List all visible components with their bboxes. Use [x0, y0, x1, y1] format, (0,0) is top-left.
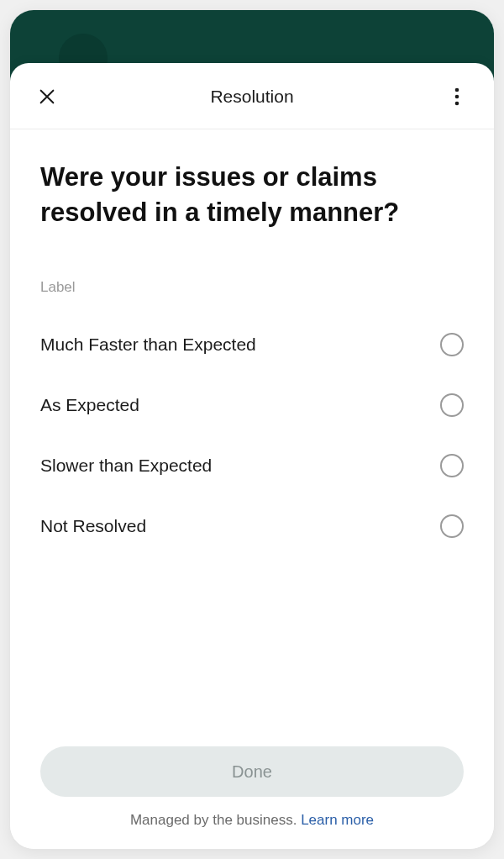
more-button[interactable] [444, 83, 470, 110]
learn-more-link[interactable]: Learn more [301, 812, 374, 828]
svg-point-2 [455, 102, 459, 106]
option-not-resolved[interactable]: Not Resolved [40, 496, 464, 556]
radio-icon [440, 393, 464, 417]
close-icon [38, 87, 56, 106]
svg-point-0 [455, 88, 459, 92]
sheet-header: Resolution [10, 63, 494, 129]
managed-text: Managed by the business. [130, 812, 301, 828]
sheet-title: Resolution [210, 87, 293, 107]
question-heading: Were your issues or claims resolved in a… [40, 160, 464, 230]
option-label: Much Faster than Expected [40, 335, 256, 355]
sheet-body: Were your issues or claims resolved in a… [10, 129, 494, 731]
sheet-footer: Done Managed by the business. Learn more [10, 731, 494, 849]
option-label: Not Resolved [40, 516, 146, 536]
more-vertical-icon [454, 87, 459, 106]
done-button[interactable]: Done [40, 746, 464, 797]
radio-icon [440, 514, 464, 538]
option-slower[interactable]: Slower than Expected [40, 435, 464, 496]
svg-point-1 [455, 95, 459, 99]
options-list: Much Faster than Expected As Expected Sl… [40, 314, 464, 556]
close-button[interactable] [34, 83, 60, 110]
option-label: Slower than Expected [40, 456, 212, 476]
option-as-expected[interactable]: As Expected [40, 375, 464, 435]
option-much-faster[interactable]: Much Faster than Expected [40, 314, 464, 375]
radio-icon [440, 454, 464, 477]
device-frame: Resolution Were your issues or claims re… [10, 10, 494, 849]
bottom-sheet: Resolution Were your issues or claims re… [10, 63, 494, 849]
field-label: Label [40, 279, 464, 296]
managed-by-text: Managed by the business. Learn more [40, 812, 464, 829]
option-label: As Expected [40, 395, 139, 415]
radio-icon [440, 333, 464, 356]
